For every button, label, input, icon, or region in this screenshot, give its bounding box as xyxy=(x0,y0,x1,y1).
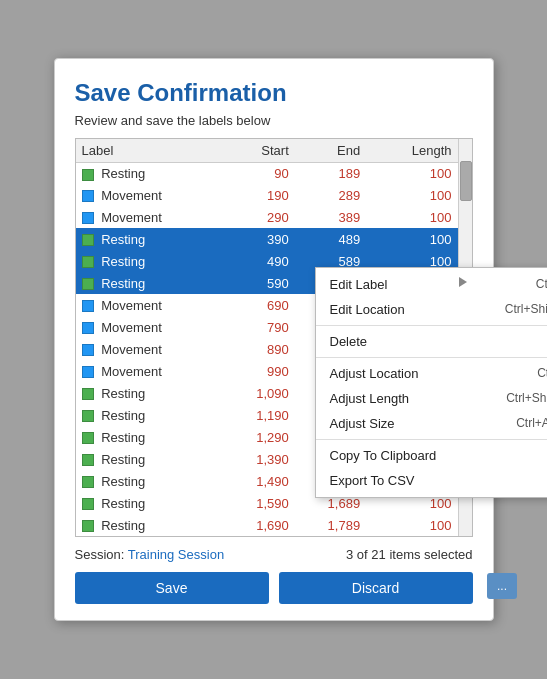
discard-button[interactable]: Discard xyxy=(279,572,473,604)
label-color-box xyxy=(82,498,94,510)
ctx-item-shortcut: Ctrl+Alt+L xyxy=(516,416,547,431)
cell-end: 389 xyxy=(295,206,366,228)
cell-start: 1,190 xyxy=(223,404,294,426)
cell-start: 190 xyxy=(223,184,294,206)
scrollbar-thumb[interactable] xyxy=(460,161,472,201)
table-header-row: Label Start End Length xyxy=(76,139,472,163)
label-color-box xyxy=(82,520,94,532)
context-menu-item[interactable]: Adjust SizeCtrl+Alt+L xyxy=(316,411,548,436)
dialog-subtitle: Review and save the labels below xyxy=(75,113,473,128)
context-menu-item[interactable]: Adjust LocationCtrl+L xyxy=(316,361,548,386)
cell-label: Resting xyxy=(76,250,224,272)
cell-start: 1,090 xyxy=(223,382,294,404)
label-color-box xyxy=(82,410,94,422)
label-color-box xyxy=(82,234,94,246)
label-color-box xyxy=(82,432,94,444)
label-color-box xyxy=(82,169,94,181)
cell-label: Movement xyxy=(76,294,224,316)
button-row: Save Discard xyxy=(75,572,473,604)
ctx-item-shortcut: Ctrl+E xyxy=(536,277,547,292)
cell-start: 1,490 xyxy=(223,470,294,492)
label-color-box xyxy=(82,322,94,334)
cell-label: Resting xyxy=(76,470,224,492)
context-menu: Edit Label Ctrl+EEdit LocationCtrl+Shift… xyxy=(315,267,548,498)
col-start: Start xyxy=(223,139,294,163)
context-menu-item[interactable]: DeleteDel xyxy=(316,329,548,354)
save-button[interactable]: Save xyxy=(75,572,269,604)
label-color-box xyxy=(82,344,94,356)
col-label: Label xyxy=(76,139,224,163)
ctx-item-label: Edit Label xyxy=(330,277,388,292)
cell-length: 100 xyxy=(366,228,471,250)
ctx-item-label: Edit Location xyxy=(330,302,405,317)
cell-label: Resting xyxy=(76,162,224,184)
cell-label: Resting xyxy=(76,228,224,250)
context-menu-item[interactable]: Edit Label Ctrl+E xyxy=(316,272,548,297)
context-menu-item[interactable]: Copy To Clipboard xyxy=(316,443,548,468)
cell-label: Resting xyxy=(76,404,224,426)
col-length: Length xyxy=(366,139,471,163)
label-color-box xyxy=(82,300,94,312)
cell-start: 490 xyxy=(223,250,294,272)
cell-start: 790 xyxy=(223,316,294,338)
ctx-item-shortcut: Ctrl+Shift+L xyxy=(506,391,547,406)
cursor-icon xyxy=(459,277,467,287)
ctx-item-label: Adjust Length xyxy=(330,391,410,406)
ctx-item-label: Delete xyxy=(330,334,368,349)
cell-label: Movement xyxy=(76,184,224,206)
cell-start: 590 xyxy=(223,272,294,294)
cell-label: Resting xyxy=(76,492,224,514)
table-row[interactable]: Resting 390 489 100 xyxy=(76,228,472,250)
ctx-item-shortcut: Ctrl+Shift+E xyxy=(505,302,547,317)
context-menu-item[interactable]: Edit LocationCtrl+Shift+E xyxy=(316,297,548,322)
context-menu-item[interactable]: Export To CSV xyxy=(316,468,548,493)
context-menu-divider xyxy=(316,325,548,326)
label-color-box xyxy=(82,190,94,202)
cell-label: Resting xyxy=(76,448,224,470)
session-link[interactable]: Training Session xyxy=(128,547,224,562)
cell-start: 90 xyxy=(223,162,294,184)
table-row[interactable]: Movement 190 289 100 xyxy=(76,184,472,206)
label-color-box xyxy=(82,454,94,466)
cell-label: Resting xyxy=(76,514,224,536)
context-menu-divider xyxy=(316,439,548,440)
cell-start: 990 xyxy=(223,360,294,382)
ctx-item-label: Export To CSV xyxy=(330,473,415,488)
cell-start: 290 xyxy=(223,206,294,228)
table-row[interactable]: Resting 90 189 100 xyxy=(76,162,472,184)
context-menu-divider xyxy=(316,357,548,358)
cell-label: Movement xyxy=(76,338,224,360)
cell-start: 1,390 xyxy=(223,448,294,470)
session-label: Session: xyxy=(75,547,125,562)
selected-count: 3 of 21 items selected xyxy=(346,547,472,562)
table-row[interactable]: Resting 1,690 1,789 100 xyxy=(76,514,472,536)
cell-start: 1,590 xyxy=(223,492,294,514)
cell-start: 1,690 xyxy=(223,514,294,536)
cell-label: Resting xyxy=(76,272,224,294)
cell-label: Movement xyxy=(76,206,224,228)
session-info: Session: Training Session xyxy=(75,547,225,562)
more-button[interactable]: ... xyxy=(487,573,517,599)
label-color-box xyxy=(82,278,94,290)
label-color-box xyxy=(82,212,94,224)
cell-length: 100 xyxy=(366,184,471,206)
cell-length: 100 xyxy=(366,206,471,228)
col-end: End xyxy=(295,139,366,163)
cell-label: Movement xyxy=(76,360,224,382)
dialog-title: Save Confirmation xyxy=(75,79,473,107)
cell-length: 100 xyxy=(366,514,471,536)
cell-end: 1,789 xyxy=(295,514,366,536)
cell-end: 289 xyxy=(295,184,366,206)
table-row[interactable]: Movement 290 389 100 xyxy=(76,206,472,228)
cell-end: 189 xyxy=(295,162,366,184)
label-color-box xyxy=(82,388,94,400)
ctx-item-shortcut: Ctrl+L xyxy=(537,366,547,381)
cell-label: Resting xyxy=(76,382,224,404)
cell-length: 100 xyxy=(366,162,471,184)
context-menu-item[interactable]: Adjust LengthCtrl+Shift+L xyxy=(316,386,548,411)
cell-label: Resting xyxy=(76,426,224,448)
cell-start: 890 xyxy=(223,338,294,360)
label-color-box xyxy=(82,366,94,378)
ctx-item-label: Adjust Location xyxy=(330,366,419,381)
cell-start: 1,290 xyxy=(223,426,294,448)
